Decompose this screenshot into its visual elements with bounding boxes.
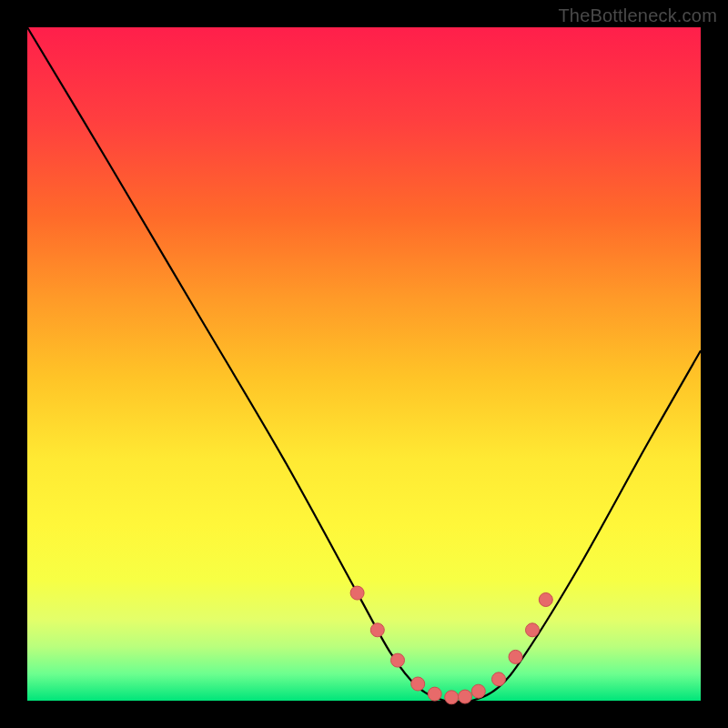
data-marker — [350, 586, 364, 600]
data-marker — [492, 672, 506, 686]
bottleneck-curve — [27, 27, 701, 703]
chart-svg — [27, 27, 701, 701]
data-marker — [370, 623, 384, 637]
data-marker — [428, 687, 441, 701]
data-marker — [471, 684, 485, 698]
data-marker — [459, 690, 472, 703]
plot-area — [27, 27, 701, 701]
data-marker — [539, 593, 552, 607]
data-marker — [411, 677, 425, 691]
chart-frame: TheBottleneck.com — [0, 0, 728, 728]
attribution-label: TheBottleneck.com — [558, 5, 717, 26]
data-marker — [445, 691, 459, 704]
data-marker — [526, 623, 540, 637]
data-marker — [509, 650, 522, 663]
data-marker — [391, 653, 405, 667]
